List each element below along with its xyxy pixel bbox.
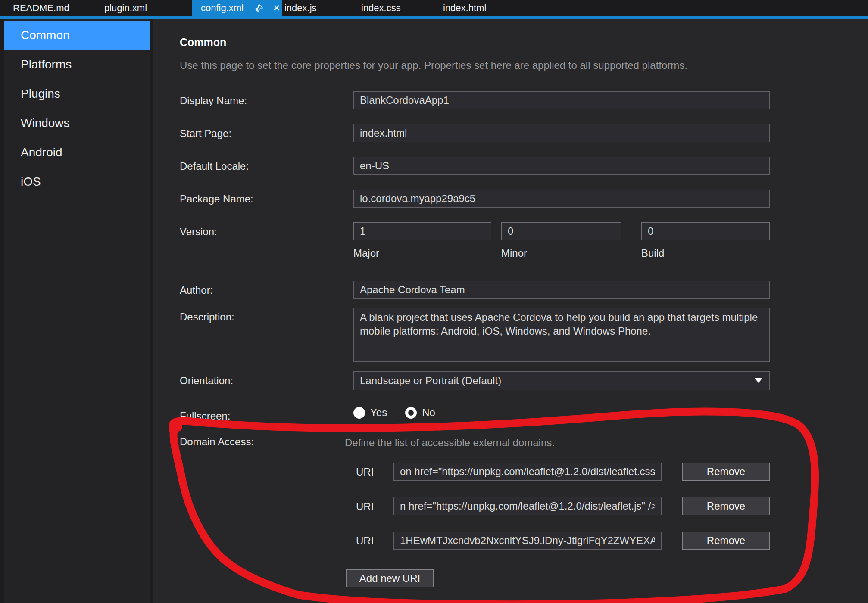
uri-input-2[interactable] xyxy=(393,497,662,515)
tab-configxml[interactable]: config.xml ✕ xyxy=(192,0,282,16)
fullscreen-no-radio[interactable] xyxy=(405,407,417,419)
sidebar-item-label: Windows xyxy=(21,116,70,130)
tab-indexhtml[interactable]: index.html xyxy=(443,0,486,16)
sidebar-item-label: Plugins xyxy=(21,87,60,101)
sidebar-item-platforms[interactable]: Platforms xyxy=(4,50,150,79)
remove-uri-button-2[interactable]: Remove xyxy=(682,497,770,515)
remove-uri-button-3[interactable]: Remove xyxy=(682,532,770,550)
author-input[interactable] xyxy=(353,281,770,299)
add-uri-button[interactable]: Add new URI xyxy=(346,569,434,587)
version-minor-input[interactable] xyxy=(501,222,621,240)
sidebar-item-common[interactable]: Common xyxy=(4,21,150,50)
common-settings-page: Common Use this page to set the core pro… xyxy=(153,19,868,603)
tab-bar: README.md plugin.xml config.xml ✕ index.… xyxy=(0,0,868,16)
remove-uri-button-1[interactable]: Remove xyxy=(682,463,770,481)
version-label: Version: xyxy=(180,226,217,238)
sidebar-item-ios[interactable]: iOS xyxy=(4,167,150,196)
sidebar-item-android[interactable]: Android xyxy=(4,138,150,167)
version-major-caption: Major xyxy=(353,247,379,259)
domain-access-label: Domain Access: xyxy=(180,436,254,448)
sidebar-item-label: Android xyxy=(21,146,62,159)
author-label: Author: xyxy=(180,284,213,296)
version-build-input[interactable] xyxy=(641,222,770,240)
sidebar-item-label: iOS xyxy=(21,175,41,189)
sidebar-item-label: Platforms xyxy=(21,58,72,71)
fullscreen-no-label: No xyxy=(422,407,435,419)
display-name-label: Display Name: xyxy=(180,95,247,107)
uri-caption: URI xyxy=(356,535,374,547)
page-subtitle: Use this page to set the core properties… xyxy=(180,59,687,71)
fullscreen-yes-label: Yes xyxy=(370,407,387,419)
version-minor-caption: Minor xyxy=(501,247,527,259)
start-page-label: Start Page: xyxy=(180,127,231,140)
default-locale-input[interactable] xyxy=(353,157,770,175)
domain-access-help: Define the list of accessible external d… xyxy=(345,437,555,449)
fullscreen-yes-radio[interactable] xyxy=(353,407,365,419)
version-major-input[interactable] xyxy=(353,222,491,240)
sidebar-item-windows[interactable]: Windows xyxy=(4,109,150,138)
description-label: Description: xyxy=(180,311,234,323)
close-icon[interactable]: ✕ xyxy=(273,3,281,13)
package-name-label: Package Name: xyxy=(180,193,253,205)
default-locale-label: Default Locale: xyxy=(180,160,249,172)
tab-indexcss[interactable]: index.css xyxy=(361,0,401,16)
orientation-select[interactable]: Landscape or Portrait (Default) xyxy=(353,371,770,390)
description-textarea[interactable]: A blank project that uses Apache Cordova… xyxy=(353,308,770,362)
chevron-down-icon xyxy=(755,378,762,383)
tab-configxml-label: config.xml xyxy=(192,3,244,14)
orientation-label: Orientation: xyxy=(180,375,233,387)
tab-readme[interactable]: README.md xyxy=(13,0,69,16)
fullscreen-label: Fullscreen: xyxy=(180,410,230,422)
orientation-value: Landscape or Portrait (Default) xyxy=(360,375,501,387)
version-build-caption: Build xyxy=(641,247,664,259)
sidebar-item-plugins[interactable]: Plugins xyxy=(4,79,150,109)
uri-input-3[interactable] xyxy=(393,532,662,550)
config-sidebar: Common Platforms Plugins Windows Android… xyxy=(0,19,153,603)
uri-input-1[interactable] xyxy=(393,463,662,481)
start-page-input[interactable] xyxy=(353,124,770,142)
display-name-input[interactable] xyxy=(353,91,770,109)
tab-indexjs[interactable]: index.js xyxy=(284,0,317,16)
sidebar-item-label: Common xyxy=(21,28,70,42)
page-title: Common xyxy=(180,36,226,49)
tab-pluginxml[interactable]: plugin.xml xyxy=(104,0,147,16)
uri-caption: URI xyxy=(356,500,374,513)
pin-icon[interactable] xyxy=(255,4,263,12)
uri-caption: URI xyxy=(356,466,374,478)
package-name-input[interactable] xyxy=(353,190,770,208)
